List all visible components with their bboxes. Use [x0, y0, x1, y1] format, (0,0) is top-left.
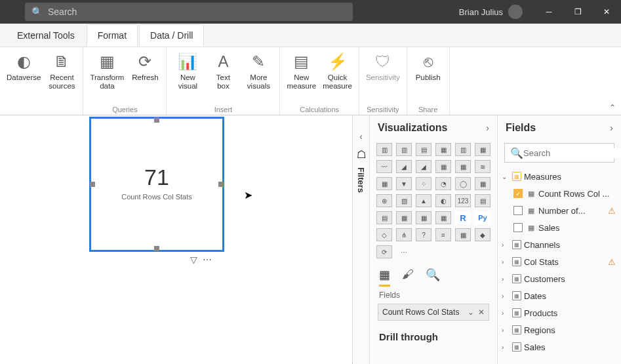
table-row-dates[interactable]: › ▦ Dates — [498, 287, 621, 304]
table-row-channels[interactable]: › ▦ Channels — [498, 236, 621, 253]
power-apps-icon[interactable]: ◆ — [475, 228, 491, 241]
multi-row-card-icon[interactable]: ▤ — [475, 194, 491, 207]
new-visual-icon: 📊 — [177, 51, 198, 72]
donut-icon[interactable]: ◯ — [455, 177, 471, 190]
smart-narrative-icon[interactable]: ≡ — [435, 228, 451, 241]
remove-field-icon[interactable]: ✕ — [478, 308, 485, 317]
quick-measure-button[interactable]: ⚡ Quick measure — [320, 50, 355, 91]
chevron-right-icon: › — [502, 310, 510, 317]
close-button[interactable]: ✕ — [592, 0, 621, 24]
key-influencers-icon[interactable]: ◇ — [376, 228, 392, 241]
stacked-column-icon[interactable]: ▥ — [396, 143, 412, 156]
filter-icon[interactable]: ▽ — [190, 254, 197, 265]
checkbox-icon[interactable] — [513, 223, 523, 232]
table-icon[interactable]: ▦ — [416, 211, 431, 224]
fields-title: Fields — [506, 122, 536, 134]
decomposition-tree-icon[interactable]: ⋔ — [396, 228, 412, 241]
table-icon: ▦ — [512, 257, 521, 266]
measure-sales[interactable]: ▦ Sales — [498, 219, 621, 236]
more-options-icon[interactable]: ⋯ — [203, 254, 212, 265]
table-row-regions[interactable]: › ▦ Regions — [498, 321, 621, 338]
clustered-bar-icon[interactable]: ▤ — [416, 143, 431, 156]
matrix-icon[interactable]: ▦ — [435, 211, 451, 224]
stacked-bar-icon[interactable]: ▥ — [376, 143, 392, 156]
field-well[interactable]: Count Rows Col Stats ⌄ ✕ — [378, 304, 489, 321]
fields-search[interactable]: 🔍 — [504, 143, 614, 163]
build-tab[interactable]: ▦ — [379, 268, 390, 287]
more-visuals-icon[interactable]: ⋯ — [396, 245, 412, 258]
sensitivity-button[interactable]: 🛡 Sensitivity — [363, 50, 403, 83]
format-tab[interactable]: 🖌 — [402, 268, 414, 287]
hundred-stacked-bar-icon[interactable]: ▥ — [455, 143, 471, 156]
stacked-area-icon[interactable]: ◢ — [416, 160, 431, 173]
publish-button[interactable]: ⎋ Publish — [411, 50, 445, 83]
gauge-icon[interactable]: ◐ — [435, 194, 451, 207]
table-row-measures[interactable]: ⌄ ▦ Measures — [498, 168, 621, 185]
azure-map-icon[interactable]: ▲ — [416, 194, 431, 207]
resize-handle[interactable] — [154, 246, 159, 251]
chevron-down-icon[interactable]: ⌄ — [468, 308, 474, 317]
hundred-stacked-column-icon[interactable]: ▦ — [475, 143, 491, 156]
transform-data-button[interactable]: ▦ Transform data — [87, 50, 127, 91]
analytics-tab[interactable]: 🔍 — [426, 268, 440, 287]
filters-pane-collapsed[interactable]: ‹ ☖ Filters — [353, 115, 370, 364]
r-visual-icon[interactable]: R — [455, 211, 471, 224]
filled-map-icon[interactable]: ▨ — [396, 194, 412, 207]
checkbox-checked-icon[interactable]: ✓ — [513, 189, 523, 198]
new-visual-button[interactable]: 📊 New visual — [170, 50, 205, 91]
collapse-ribbon-button[interactable]: ⌃ — [609, 103, 616, 112]
report-canvas[interactable]: 71 Count Rows Col Stats ▽ ⋯ ➤ — [0, 115, 353, 364]
waterfall-icon[interactable]: ▦ — [376, 177, 392, 190]
user-avatar-icon[interactable] — [508, 5, 523, 19]
area-chart-icon[interactable]: ◢ — [396, 160, 412, 173]
maximize-button[interactable]: ❐ — [563, 0, 592, 24]
slicer-icon[interactable]: ▦ — [396, 211, 412, 224]
map-icon[interactable]: ⊕ — [376, 194, 392, 207]
minimize-button[interactable]: ─ — [534, 0, 563, 24]
checkbox-icon[interactable] — [513, 206, 523, 215]
text-box-button[interactable]: A Text box — [206, 50, 240, 91]
python-visual-icon[interactable]: Py — [475, 211, 491, 224]
table-row-sales[interactable]: › ▦ Sales — [498, 338, 621, 355]
tab-data-drill[interactable]: Data / Drill — [139, 24, 204, 47]
line-chart-icon[interactable]: 〰 — [376, 160, 392, 173]
chevron-right-icon[interactable]: › — [486, 123, 489, 133]
measure-number-of[interactable]: ▦ Number of... ⚠ — [498, 202, 621, 219]
resize-handle[interactable] — [90, 182, 95, 187]
pie-icon[interactable]: ◔ — [435, 177, 451, 190]
user-name[interactable]: Brian Julius — [459, 7, 503, 17]
line-column-icon[interactable]: ▦ — [435, 160, 451, 173]
table-row-customers[interactable]: › ▦ Customers — [498, 270, 621, 287]
dataverse-button[interactable]: ◐ Dataverse — [4, 50, 43, 91]
more-visuals-button[interactable]: ✎ More visuals — [241, 50, 275, 91]
ribbon-tabs: External Tools Format Data / Drill — [0, 24, 621, 47]
card-visual[interactable]: 71 Count Rows Col Stats — [89, 117, 224, 252]
treemap-icon[interactable]: ▦ — [475, 177, 491, 190]
measure-count-rows[interactable]: ✓ ▦ Count Rows Col ... — [498, 185, 621, 202]
resize-handle[interactable] — [154, 117, 159, 123]
table-icon: ▦ — [512, 342, 521, 352]
table-icon: ▦ — [512, 240, 521, 249]
tab-format[interactable]: Format — [87, 24, 138, 47]
global-search[interactable]: 🔍 Search — [25, 3, 353, 21]
table-row-products[interactable]: › ▦ Products — [498, 304, 621, 321]
qna-icon[interactable]: ? — [416, 228, 431, 241]
new-measure-button[interactable]: ▤ New measure — [284, 50, 319, 91]
paginated-report-icon[interactable]: ▦ — [455, 228, 471, 241]
ribbon-chart-icon[interactable]: ≋ — [475, 160, 491, 173]
card-icon[interactable]: 123 — [455, 194, 471, 207]
chevron-right-icon[interactable]: › — [610, 123, 613, 133]
resize-handle[interactable] — [218, 182, 224, 187]
table-row-col-stats[interactable]: › ▦ Col Stats ⚠ — [498, 253, 621, 270]
scatter-icon[interactable]: ⁘ — [416, 177, 431, 190]
fields-search-input[interactable] — [523, 148, 621, 158]
filters-icon: ☖ — [357, 148, 366, 161]
kpi-icon[interactable]: ▤ — [376, 211, 392, 224]
refresh-button[interactable]: ⟳ Refresh — [128, 50, 162, 91]
power-automate-icon[interactable]: ⟳ — [376, 245, 392, 258]
line-clustered-column-icon[interactable]: ▦ — [455, 160, 471, 173]
tab-external-tools[interactable]: External Tools — [7, 25, 85, 46]
funnel-icon[interactable]: ▼ — [396, 177, 412, 190]
recent-sources-button[interactable]: 🗎 Recent sources — [45, 50, 79, 91]
clustered-column-icon[interactable]: ▦ — [435, 143, 451, 156]
